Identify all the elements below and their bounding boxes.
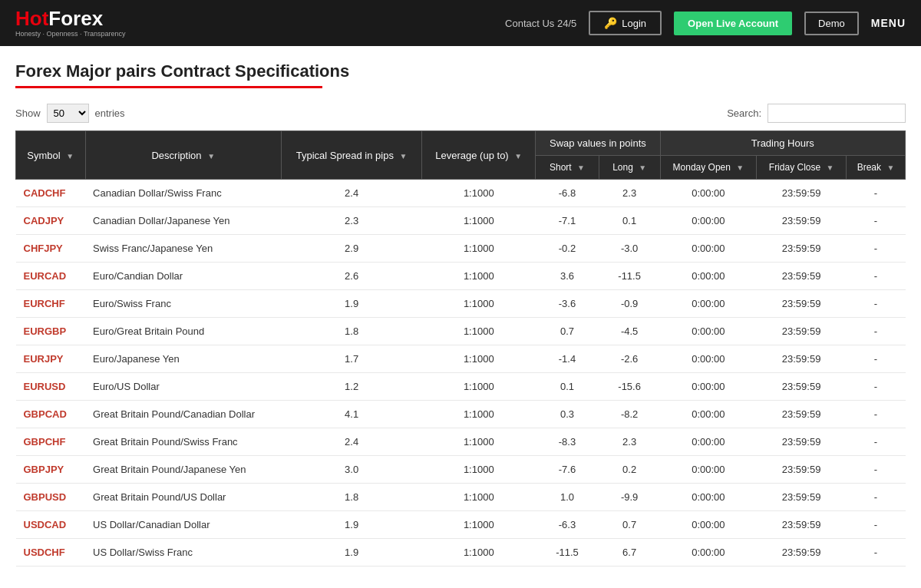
cell-symbol[interactable]: GBPCHF bbox=[16, 428, 86, 456]
cell-long: 0.7 bbox=[599, 511, 660, 539]
cell-description: Great Britain Pound/US Dollar bbox=[85, 484, 281, 511]
cell-monday-open: 0:00:00 bbox=[660, 428, 757, 456]
cell-symbol[interactable]: GBPCAD bbox=[16, 401, 86, 428]
cell-monday-open: 0:00:00 bbox=[660, 180, 757, 207]
sort-short-icon[interactable]: ▼ bbox=[577, 164, 585, 172]
title-underline bbox=[15, 86, 322, 88]
login-button[interactable]: 🔑 Login bbox=[589, 11, 662, 35]
cell-spread: 1.2 bbox=[281, 373, 421, 401]
sort-break-icon[interactable]: ▼ bbox=[886, 164, 894, 172]
sort-spread-icon[interactable]: ▼ bbox=[400, 152, 408, 160]
cell-friday-close: 23:59:59 bbox=[757, 373, 847, 401]
cell-description: Great Britain Pound/Japanese Yen bbox=[85, 456, 281, 484]
demo-button[interactable]: Demo bbox=[804, 12, 859, 35]
cell-spread: 2.6 bbox=[281, 263, 421, 290]
sort-symbol-icon[interactable]: ▼ bbox=[66, 152, 74, 160]
cell-description: Great Britain Pound/Swiss Franc bbox=[85, 428, 281, 456]
cell-long: 0.2 bbox=[599, 456, 660, 484]
cell-break: - bbox=[846, 511, 905, 539]
cell-friday-close: 23:59:59 bbox=[757, 428, 847, 456]
menu-button[interactable]: MENU bbox=[871, 17, 906, 29]
table-row: CHFJPY Swiss Franc/Japanese Yen 2.9 1:10… bbox=[16, 235, 906, 263]
cell-long: -2.6 bbox=[599, 345, 660, 373]
sort-friday-icon[interactable]: ▼ bbox=[826, 164, 834, 172]
table-row: EURCHF Euro/Swiss Franc 1.9 1:1000 -3.6 … bbox=[16, 290, 906, 318]
cell-description: Euro/Great Britain Pound bbox=[85, 318, 281, 345]
open-live-account-button[interactable]: Open Live Account bbox=[674, 12, 792, 35]
cell-leverage: 1:1000 bbox=[422, 428, 536, 456]
col-header-leverage: Leverage (up to) ▼ bbox=[422, 131, 536, 180]
cell-leverage: 1:1000 bbox=[422, 235, 536, 263]
cell-short: 0.1 bbox=[536, 373, 599, 401]
col-header-spread: Typical Spread in pips ▼ bbox=[281, 131, 421, 180]
cell-break: - bbox=[846, 373, 905, 401]
cell-short: 3.6 bbox=[536, 263, 599, 290]
cell-leverage: 1:1000 bbox=[422, 207, 536, 235]
cell-spread: 1.7 bbox=[281, 345, 421, 373]
col-header-monday-open: Monday Open ▼ bbox=[660, 156, 757, 180]
cell-friday-close: 23:59:59 bbox=[757, 401, 847, 428]
cell-leverage: 1:1000 bbox=[422, 263, 536, 290]
cell-spread: 1.9 bbox=[281, 290, 421, 318]
data-table: Symbol ▼ Description ▼ Typical Spread in… bbox=[15, 130, 906, 567]
cell-symbol[interactable]: GBPUSD bbox=[16, 484, 86, 511]
cell-spread: 3.0 bbox=[281, 456, 421, 484]
table-row: USDCHF US Dollar/Swiss Franc 1.9 1:1000 … bbox=[16, 539, 906, 567]
col-header-symbol: Symbol ▼ bbox=[16, 131, 86, 180]
logo-hot: Hot bbox=[15, 7, 48, 30]
cell-symbol[interactable]: EURUSD bbox=[16, 373, 86, 401]
cell-symbol[interactable]: EURCAD bbox=[16, 263, 86, 290]
cell-symbol[interactable]: USDCHF bbox=[16, 539, 86, 567]
cell-spread: 1.8 bbox=[281, 484, 421, 511]
cell-break: - bbox=[846, 484, 905, 511]
col-group-swap: Swap values in points bbox=[536, 131, 660, 156]
cell-spread: 2.4 bbox=[281, 428, 421, 456]
sort-leverage-icon[interactable]: ▼ bbox=[514, 152, 522, 160]
cell-leverage: 1:1000 bbox=[422, 539, 536, 567]
cell-monday-open: 0:00:00 bbox=[660, 318, 757, 345]
cell-description: Swiss Franc/Japanese Yen bbox=[85, 235, 281, 263]
cell-description: Euro/US Dollar bbox=[85, 373, 281, 401]
cell-symbol[interactable]: GBPJPY bbox=[16, 456, 86, 484]
sort-monday-icon[interactable]: ▼ bbox=[736, 164, 744, 172]
cell-friday-close: 23:59:59 bbox=[757, 539, 847, 567]
table-row: EURGBP Euro/Great Britain Pound 1.8 1:10… bbox=[16, 318, 906, 345]
cell-long: -9.9 bbox=[599, 484, 660, 511]
cell-symbol[interactable]: CADJPY bbox=[16, 207, 86, 235]
page-title: Forex Major pairs Contract Specification… bbox=[15, 61, 906, 81]
cell-monday-open: 0:00:00 bbox=[660, 345, 757, 373]
cell-break: - bbox=[846, 207, 905, 235]
cell-monday-open: 0:00:00 bbox=[660, 401, 757, 428]
cell-symbol[interactable]: EURCHF bbox=[16, 290, 86, 318]
cell-leverage: 1:1000 bbox=[422, 456, 536, 484]
cell-symbol[interactable]: EURGBP bbox=[16, 318, 86, 345]
table-controls: Show 50 25 100 entries Search: bbox=[15, 104, 906, 123]
cell-symbol[interactable]: CHFJPY bbox=[16, 235, 86, 263]
entries-label: entries bbox=[95, 107, 125, 119]
cell-short: -6.3 bbox=[536, 511, 599, 539]
header: HotForex Honesty · Openness · Transparen… bbox=[0, 0, 921, 46]
search-input[interactable] bbox=[768, 104, 906, 123]
cell-break: - bbox=[846, 263, 905, 290]
search-label: Search: bbox=[727, 107, 761, 119]
sort-desc-icon[interactable]: ▼ bbox=[207, 152, 215, 160]
cell-monday-open: 0:00:00 bbox=[660, 373, 757, 401]
cell-break: - bbox=[846, 456, 905, 484]
sort-long-icon[interactable]: ▼ bbox=[639, 164, 646, 172]
cell-long: -0.9 bbox=[599, 290, 660, 318]
cell-leverage: 1:1000 bbox=[422, 484, 536, 511]
table-row: GBPJPY Great Britain Pound/Japanese Yen … bbox=[16, 456, 906, 484]
cell-symbol[interactable]: EURJPY bbox=[16, 345, 86, 373]
show-label: Show bbox=[15, 107, 41, 119]
cell-symbol[interactable]: CADCHF bbox=[16, 180, 86, 207]
cell-short: 0.3 bbox=[536, 401, 599, 428]
cell-spread: 2.4 bbox=[281, 180, 421, 207]
logo: HotForex Honesty · Openness · Transparen… bbox=[15, 8, 126, 38]
cell-short: -6.8 bbox=[536, 180, 599, 207]
cell-symbol[interactable]: USDCAD bbox=[16, 511, 86, 539]
entries-select[interactable]: 50 25 100 bbox=[47, 104, 89, 123]
cell-leverage: 1:1000 bbox=[422, 180, 536, 207]
cell-spread: 1.9 bbox=[281, 539, 421, 567]
cell-short: 0.7 bbox=[536, 318, 599, 345]
cell-spread: 4.1 bbox=[281, 401, 421, 428]
